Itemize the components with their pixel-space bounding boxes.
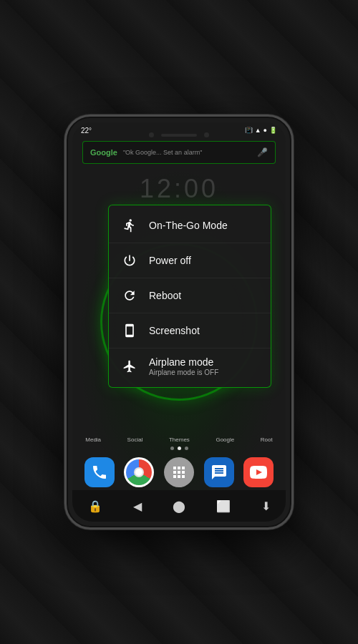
dock-label-root: Root	[261, 436, 273, 443]
clock-display: 12:00	[72, 174, 286, 204]
power-menu: On-The-Go Mode Power off	[108, 205, 271, 388]
menu-item-on-the-go[interactable]: On-The-Go Mode	[109, 208, 271, 243]
status-icons: 📳 ▲ ● 🔋	[245, 127, 277, 134]
dot-1	[170, 447, 174, 450]
menu-label-screenshot: Screenshot	[149, 325, 200, 336]
dock-label-google: Google	[216, 436, 234, 443]
menu-label-on-the-go: On-The-Go Mode	[149, 220, 228, 231]
status-bar: 22° 📳 ▲ ● 🔋	[72, 122, 286, 138]
menu-label-wrap-on-the-go: On-The-Go Mode	[149, 220, 228, 231]
mic-icon[interactable]: 🎤	[257, 147, 268, 157]
menu-label-reboot: Reboot	[149, 290, 181, 301]
menu-sublabel-airplane: Airplane mode is OFF	[149, 369, 218, 376]
menu-label-wrap-power-off: Power off	[149, 255, 191, 266]
app-icon-youtube[interactable]	[243, 457, 274, 487]
nav-back-icon[interactable]: ◀	[133, 499, 142, 513]
google-brand: Google	[90, 148, 117, 157]
menu-label-airplane: Airplane mode	[149, 356, 218, 368]
battery-icon: 🔋	[269, 127, 277, 134]
reboot-icon	[120, 286, 139, 305]
menu-item-screenshot[interactable]: Screenshot	[109, 313, 271, 348]
menu-item-airplane[interactable]: Airplane mode Airplane mode is OFF	[109, 348, 271, 384]
dock-label-themes: Themes	[169, 436, 190, 443]
signal-icon: ●	[263, 127, 267, 134]
app-dock	[79, 457, 279, 487]
search-placeholder: "Ok Google... Set an alarm"	[123, 149, 257, 156]
menu-item-power-off[interactable]: Power off	[109, 243, 271, 278]
phone-frame: 22° 📳 ▲ ● 🔋 Google "Ok Google... Set an …	[64, 114, 294, 530]
dock-label-media: Media	[85, 436, 101, 443]
vibrate-icon: 📳	[245, 127, 253, 134]
nav-download-icon[interactable]: ⬇	[261, 499, 271, 513]
page-indicator	[72, 447, 286, 450]
airplane-icon	[120, 357, 139, 376]
menu-label-wrap-screenshot: Screenshot	[149, 325, 200, 336]
menu-label-wrap-airplane: Airplane mode Airplane mode is OFF	[149, 356, 218, 376]
menu-label-power-off: Power off	[149, 255, 191, 266]
screenshot-icon	[120, 321, 139, 340]
navigation-bar: 🔒 ◀ ⬤ ⬜ ⬇	[72, 490, 286, 522]
nav-home-icon[interactable]: ⬤	[173, 499, 185, 513]
side-button-right[interactable]	[293, 217, 294, 245]
google-search-bar[interactable]: Google "Ok Google... Set an alarm" 🎤	[82, 141, 276, 164]
walking-icon	[120, 216, 139, 235]
dot-3	[185, 447, 188, 450]
app-icon-apps[interactable]	[164, 457, 194, 487]
nav-recent-icon[interactable]: ⬜	[216, 499, 231, 513]
nav-lock-icon[interactable]: 🔒	[88, 499, 102, 513]
wifi-icon: ▲	[255, 127, 261, 134]
app-icon-phone[interactable]	[84, 457, 115, 487]
app-icon-messages[interactable]	[204, 457, 234, 487]
power-icon	[120, 251, 139, 270]
status-temperature: 22°	[81, 127, 92, 135]
phone-screen: 22° 📳 ▲ ● 🔋 Google "Ok Google... Set an …	[72, 122, 286, 522]
dock-labels: Media Social Themes Google Root	[72, 436, 286, 443]
clock-time: 12:00	[72, 174, 286, 204]
menu-item-reboot[interactable]: Reboot	[109, 278, 271, 313]
app-icon-chrome[interactable]	[124, 457, 154, 487]
dock-label-social: Social	[127, 436, 143, 443]
dot-2-active	[178, 447, 181, 450]
menu-label-wrap-reboot: Reboot	[149, 290, 181, 301]
